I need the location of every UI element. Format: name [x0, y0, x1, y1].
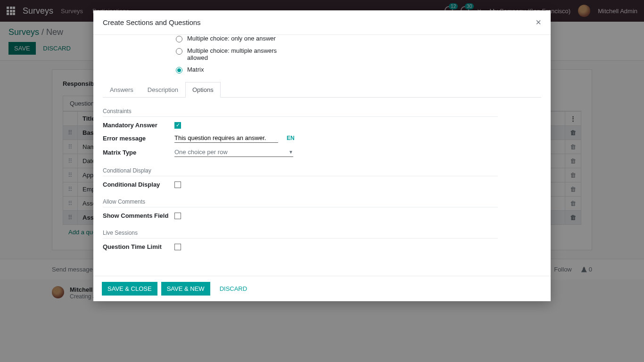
comments-label: Show Comments Field [103, 212, 174, 219]
radio-label: Multiple choice: multiple answers allowe… [187, 47, 284, 61]
section-live: Live Sessions [103, 230, 498, 239]
question-type-radio[interactable]: Multiple choice: only one answer [176, 35, 284, 42]
matrix-type-select[interactable]: One choice per row ▼ [174, 148, 293, 157]
save-new-button[interactable]: SAVE & NEW [161, 282, 210, 296]
radio-label: Multiple choice: only one answer [187, 35, 276, 42]
lang-tag[interactable]: EN [287, 135, 295, 141]
radio-icon [176, 48, 182, 55]
radio-label: Matrix [187, 66, 204, 73]
mandatory-checkbox[interactable]: ✓ [174, 122, 181, 129]
modal-body[interactable]: Multiple choice: only one answerMultiple… [93, 35, 551, 276]
time-limit-label: Question Time Limit [103, 243, 174, 250]
matrix-type-value: One choice per row [174, 148, 228, 156]
section-comments: Allow Comments [103, 198, 498, 207]
mandatory-label: Mandatory Answer [103, 122, 174, 129]
question-type-radio[interactable]: Matrix [176, 66, 284, 74]
time-limit-checkbox[interactable] [174, 244, 181, 250]
save-close-button[interactable]: SAVE & CLOSE [102, 282, 157, 296]
radio-icon [176, 36, 182, 42]
modal-header: Create Sections and Questions × [93, 10, 551, 35]
section-conditional: Conditional Display [103, 167, 498, 176]
conditional-label: Conditional Display [103, 181, 174, 188]
matrix-type-label: Matrix Type [103, 149, 174, 156]
question-type-radio[interactable]: Multiple choice: multiple answers allowe… [176, 47, 284, 61]
error-input[interactable] [174, 133, 278, 143]
modal-discard-button[interactable]: DISCARD [214, 282, 253, 295]
close-icon[interactable]: × [536, 17, 541, 28]
comments-checkbox[interactable] [174, 213, 181, 219]
tab-options[interactable]: Options [185, 82, 221, 97]
section-constraints: Constraints [103, 108, 498, 117]
chevron-down-icon: ▼ [289, 149, 293, 155]
error-label: Error message [103, 135, 174, 142]
modal: Create Sections and Questions × Multiple… [93, 10, 551, 301]
modal-title: Create Sections and Questions [103, 18, 201, 26]
tab-answers[interactable]: Answers [103, 82, 140, 97]
tab-description[interactable]: Description [140, 82, 185, 97]
modal-footer: SAVE & CLOSE SAVE & NEW DISCARD [93, 276, 551, 301]
inner-tabs: Answers Description Options [103, 82, 541, 98]
conditional-checkbox[interactable] [174, 181, 181, 188]
radio-icon [176, 67, 182, 74]
